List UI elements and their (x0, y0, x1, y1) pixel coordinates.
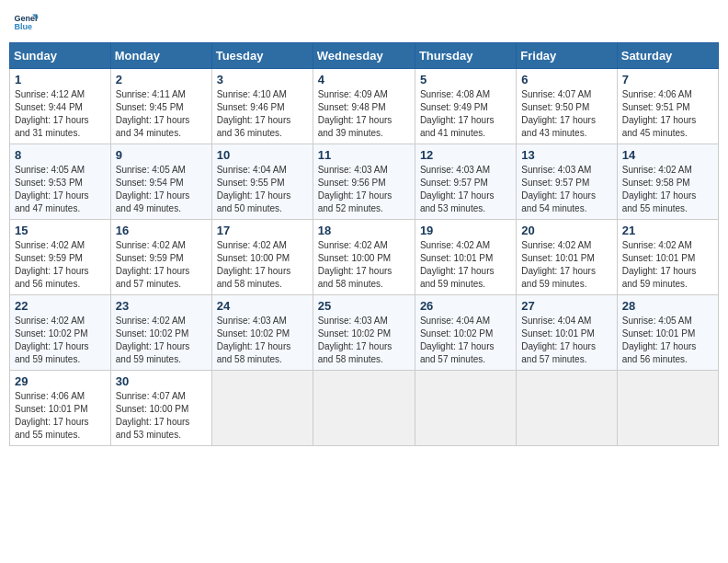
calendar-week-3: 15Sunrise: 4:02 AM Sunset: 9:59 PM Dayli… (10, 220, 719, 295)
day-number: 28 (622, 299, 713, 313)
calendar-cell (415, 371, 516, 446)
day-number: 6 (521, 73, 611, 86)
day-info: Sunrise: 4:07 AM Sunset: 9:50 PM Dayligh… (521, 88, 611, 140)
page-header: General Blue (9, 9, 719, 35)
calendar-cell (313, 371, 415, 446)
day-info: Sunrise: 4:10 AM Sunset: 9:46 PM Dayligh… (217, 88, 308, 140)
day-number: 24 (217, 299, 308, 313)
day-info: Sunrise: 4:09 AM Sunset: 9:48 PM Dayligh… (318, 88, 410, 140)
day-info: Sunrise: 4:03 AM Sunset: 10:02 PM Daylig… (318, 315, 410, 366)
day-info: Sunrise: 4:02 AM Sunset: 10:00 PM Daylig… (217, 239, 308, 291)
day-number: 11 (318, 148, 410, 162)
calendar-cell: 15Sunrise: 4:02 AM Sunset: 9:59 PM Dayli… (10, 220, 111, 295)
header-wednesday: Wednesday (313, 43, 415, 69)
calendar-cell: 26Sunrise: 4:04 AM Sunset: 10:02 PM Dayl… (415, 295, 516, 371)
day-info: Sunrise: 4:02 AM Sunset: 10:01 PM Daylig… (420, 239, 511, 291)
day-number: 18 (318, 224, 410, 237)
day-info: Sunrise: 4:07 AM Sunset: 10:00 PM Daylig… (116, 390, 207, 442)
day-number: 25 (318, 299, 410, 313)
calendar-cell: 9Sunrise: 4:05 AM Sunset: 9:54 PM Daylig… (110, 144, 211, 220)
calendar-cell: 12Sunrise: 4:03 AM Sunset: 9:57 PM Dayli… (415, 144, 516, 220)
day-number: 14 (622, 148, 713, 162)
calendar-cell: 11Sunrise: 4:03 AM Sunset: 9:56 PM Dayli… (313, 144, 415, 220)
calendar-cell: 23Sunrise: 4:02 AM Sunset: 10:02 PM Dayl… (110, 295, 211, 371)
calendar-table: SundayMondayTuesdayWednesdayThursdayFrid… (9, 42, 719, 446)
calendar-cell: 22Sunrise: 4:02 AM Sunset: 10:02 PM Dayl… (10, 295, 111, 371)
logo-icon: General Blue (13, 9, 39, 35)
calendar-cell: 25Sunrise: 4:03 AM Sunset: 10:02 PM Dayl… (313, 295, 415, 371)
header-monday: Monday (110, 43, 211, 69)
day-number: 1 (15, 73, 106, 86)
calendar-cell: 16Sunrise: 4:02 AM Sunset: 9:59 PM Dayli… (110, 220, 211, 295)
calendar-cell: 6Sunrise: 4:07 AM Sunset: 9:50 PM Daylig… (517, 69, 617, 144)
day-info: Sunrise: 4:02 AM Sunset: 10:01 PM Daylig… (521, 239, 611, 291)
day-info: Sunrise: 4:04 AM Sunset: 9:55 PM Dayligh… (217, 164, 308, 215)
calendar-cell: 28Sunrise: 4:05 AM Sunset: 10:01 PM Dayl… (617, 295, 718, 371)
day-info: Sunrise: 4:12 AM Sunset: 9:44 PM Dayligh… (15, 88, 106, 140)
header-tuesday: Tuesday (211, 43, 313, 69)
day-number: 27 (521, 299, 611, 313)
calendar-week-4: 22Sunrise: 4:02 AM Sunset: 10:02 PM Dayl… (10, 295, 719, 371)
day-number: 7 (622, 73, 713, 86)
header-sunday: Sunday (10, 43, 111, 69)
day-info: Sunrise: 4:04 AM Sunset: 10:02 PM Daylig… (420, 315, 511, 366)
calendar-week-2: 8Sunrise: 4:05 AM Sunset: 9:53 PM Daylig… (10, 144, 719, 220)
day-number: 5 (420, 73, 511, 86)
day-number: 10 (217, 148, 308, 162)
svg-text:Blue: Blue (14, 22, 32, 31)
day-info: Sunrise: 4:05 AM Sunset: 10:01 PM Daylig… (622, 315, 713, 366)
day-info: Sunrise: 4:02 AM Sunset: 9:59 PM Dayligh… (116, 239, 207, 291)
header-saturday: Saturday (617, 43, 718, 69)
calendar-cell: 7Sunrise: 4:06 AM Sunset: 9:51 PM Daylig… (617, 69, 718, 144)
calendar-cell: 14Sunrise: 4:02 AM Sunset: 9:58 PM Dayli… (617, 144, 718, 220)
day-info: Sunrise: 4:03 AM Sunset: 10:02 PM Daylig… (217, 315, 308, 366)
day-info: Sunrise: 4:11 AM Sunset: 9:45 PM Dayligh… (116, 88, 207, 140)
header-friday: Friday (517, 43, 617, 69)
day-info: Sunrise: 4:02 AM Sunset: 9:59 PM Dayligh… (15, 239, 106, 291)
day-number: 4 (318, 73, 410, 86)
day-number: 8 (15, 148, 106, 162)
day-number: 2 (116, 73, 207, 86)
day-number: 17 (217, 224, 308, 237)
day-number: 20 (521, 224, 611, 237)
calendar-cell: 17Sunrise: 4:02 AM Sunset: 10:00 PM Dayl… (211, 220, 313, 295)
day-info: Sunrise: 4:05 AM Sunset: 9:54 PM Dayligh… (116, 164, 207, 215)
calendar-cell (617, 371, 718, 446)
calendar-cell: 2Sunrise: 4:11 AM Sunset: 9:45 PM Daylig… (110, 69, 211, 144)
day-info: Sunrise: 4:03 AM Sunset: 9:57 PM Dayligh… (521, 164, 611, 215)
day-info: Sunrise: 4:06 AM Sunset: 10:01 PM Daylig… (15, 390, 106, 442)
day-number: 19 (420, 224, 511, 237)
day-info: Sunrise: 4:02 AM Sunset: 10:02 PM Daylig… (116, 315, 207, 366)
day-info: Sunrise: 4:04 AM Sunset: 10:01 PM Daylig… (521, 315, 611, 366)
day-number: 29 (15, 374, 106, 388)
calendar-header-row: SundayMondayTuesdayWednesdayThursdayFrid… (10, 43, 719, 69)
day-number: 26 (420, 299, 511, 313)
day-number: 15 (15, 224, 106, 237)
calendar-week-5: 29Sunrise: 4:06 AM Sunset: 10:01 PM Dayl… (10, 371, 719, 446)
calendar-cell: 19Sunrise: 4:02 AM Sunset: 10:01 PM Dayl… (415, 220, 516, 295)
calendar-cell: 3Sunrise: 4:10 AM Sunset: 9:46 PM Daylig… (211, 69, 313, 144)
day-info: Sunrise: 4:05 AM Sunset: 9:53 PM Dayligh… (15, 164, 106, 215)
day-number: 13 (521, 148, 611, 162)
calendar-cell: 29Sunrise: 4:06 AM Sunset: 10:01 PM Dayl… (10, 371, 111, 446)
calendar-cell: 10Sunrise: 4:04 AM Sunset: 9:55 PM Dayli… (211, 144, 313, 220)
calendar-cell: 8Sunrise: 4:05 AM Sunset: 9:53 PM Daylig… (10, 144, 111, 220)
calendar-cell: 4Sunrise: 4:09 AM Sunset: 9:48 PM Daylig… (313, 69, 415, 144)
day-info: Sunrise: 4:02 AM Sunset: 10:01 PM Daylig… (622, 239, 713, 291)
day-number: 12 (420, 148, 511, 162)
calendar-cell: 21Sunrise: 4:02 AM Sunset: 10:01 PM Dayl… (617, 220, 718, 295)
day-number: 21 (622, 224, 713, 237)
day-number: 22 (15, 299, 106, 313)
day-number: 3 (217, 73, 308, 86)
calendar-cell: 5Sunrise: 4:08 AM Sunset: 9:49 PM Daylig… (415, 69, 516, 144)
calendar-cell: 13Sunrise: 4:03 AM Sunset: 9:57 PM Dayli… (517, 144, 617, 220)
calendar-cell: 18Sunrise: 4:02 AM Sunset: 10:00 PM Dayl… (313, 220, 415, 295)
calendar-week-1: 1Sunrise: 4:12 AM Sunset: 9:44 PM Daylig… (10, 69, 719, 144)
calendar-cell: 20Sunrise: 4:02 AM Sunset: 10:01 PM Dayl… (517, 220, 617, 295)
header-thursday: Thursday (415, 43, 516, 69)
day-info: Sunrise: 4:03 AM Sunset: 9:56 PM Dayligh… (318, 164, 410, 215)
day-info: Sunrise: 4:03 AM Sunset: 9:57 PM Dayligh… (420, 164, 511, 215)
day-number: 23 (116, 299, 207, 313)
calendar-cell (211, 371, 313, 446)
calendar-cell: 27Sunrise: 4:04 AM Sunset: 10:01 PM Dayl… (517, 295, 617, 371)
